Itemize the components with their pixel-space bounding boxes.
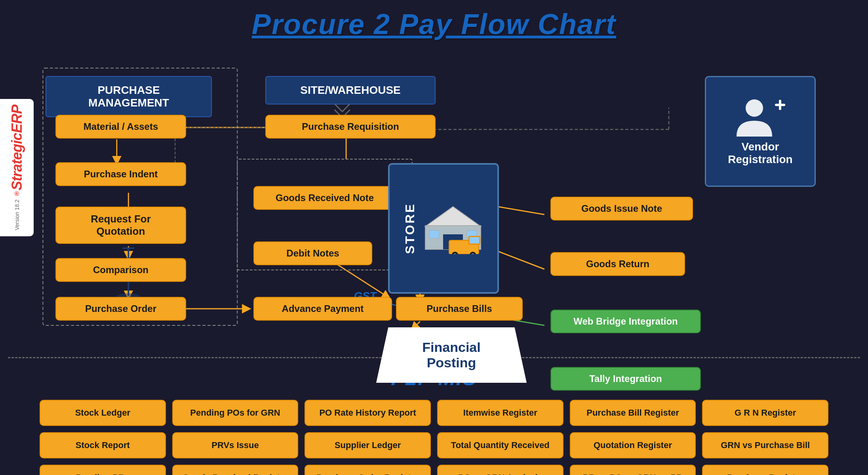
- material-assets-box[interactable]: Material / Assets: [55, 115, 186, 139]
- purchase-indent-box[interactable]: Purchase Indent: [55, 162, 186, 186]
- store-text: STORE: [403, 203, 417, 254]
- purchase-management-header: PURCHASE MANAGEMENT: [46, 76, 212, 117]
- mis-item[interactable]: PRVs Issue: [172, 432, 299, 458]
- mis-item[interactable]: Stock Report: [40, 432, 166, 458]
- svg-rect-37: [429, 230, 439, 238]
- svg-rect-45: [470, 237, 479, 243]
- warehouse-icon: [421, 203, 485, 254]
- store-box: STORE: [388, 163, 499, 294]
- mis-item[interactable]: Purchase Register: [702, 465, 828, 475]
- mis-grid: Stock LedgerPending POs for GRNPO Rate H…: [8, 400, 860, 475]
- vendor-label: VendorRegistration: [728, 141, 792, 166]
- mis-item[interactable]: Pending POs for GRN: [172, 400, 299, 426]
- mis-item[interactable]: Stock Ledger: [40, 400, 166, 426]
- mis-item[interactable]: GRN vs Purchase Bill: [702, 432, 828, 458]
- mis-item[interactable]: Pending PRs: [40, 465, 166, 475]
- tally-box[interactable]: Tally Integration: [550, 367, 701, 391]
- goods-issue-note-box[interactable]: Goods Issue Note: [550, 197, 693, 220]
- main-container: StrategicERP ® Version 18.2 Procure 2 Pa…: [0, 0, 868, 475]
- purchase-order-box[interactable]: Purchase Order: [55, 297, 186, 321]
- purchase-requisition-box[interactable]: Purchase Requisition: [265, 115, 436, 139]
- page-title: Procure 2 Pay Flow Chart: [8, 8, 860, 40]
- goods-return-box[interactable]: Goods Return: [550, 252, 685, 276]
- mis-item[interactable]: PO Rate History Report: [305, 400, 431, 426]
- financial-posting-box[interactable]: FinancialPosting: [376, 327, 527, 383]
- mis-item[interactable]: Purchase Bill Register: [570, 400, 696, 426]
- flowchart-area: ≫ »: [8, 52, 860, 353]
- rfq-box[interactable]: Request ForQuotation: [55, 207, 186, 244]
- vendor-icon: [735, 97, 786, 141]
- mis-item[interactable]: Supplier Ledger: [305, 432, 431, 458]
- mis-item[interactable]: PR vs PO vs GRN vs PB: [570, 465, 696, 475]
- mis-item[interactable]: Goods Received Register: [172, 465, 299, 475]
- vendor-registration-box[interactable]: VendorRegistration: [705, 76, 816, 187]
- web-bridge-box[interactable]: Web Bridge Integration: [550, 310, 701, 333]
- mis-item[interactable]: Purchase Order Register: [305, 465, 431, 475]
- grn-box[interactable]: Goods Received Note: [253, 186, 396, 210]
- mis-item[interactable]: PO vs GRN Analysis: [437, 465, 563, 475]
- advance-payment-box[interactable]: Advance Payment: [253, 297, 392, 321]
- debit-notes-box[interactable]: Debit Notes: [253, 241, 372, 265]
- site-warehouse-header: SITE/WAREHOUSE: [265, 76, 436, 104]
- mis-item[interactable]: G R N Register: [702, 400, 828, 426]
- mis-item[interactable]: Quotation Register: [570, 432, 696, 458]
- svg-marker-34: [425, 207, 481, 226]
- mis-item[interactable]: Total Quantity Received: [437, 432, 563, 458]
- svg-point-46: [746, 99, 763, 117]
- purchase-bills-box[interactable]: Purchase Bills: [396, 297, 523, 321]
- mis-item[interactable]: Itemwise Register: [437, 400, 563, 426]
- comparison-box[interactable]: Comparison: [55, 258, 186, 282]
